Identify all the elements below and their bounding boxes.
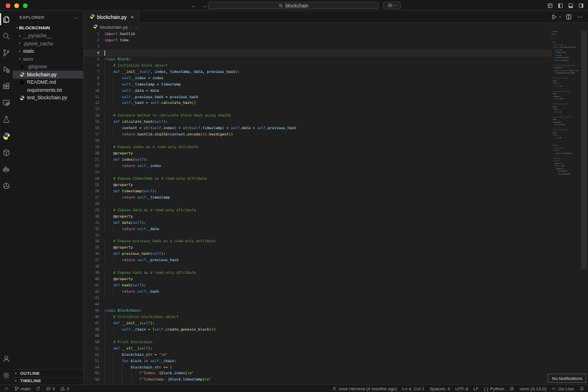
activity-item-explorer[interactable] (0, 11, 13, 28)
tree-item-requirements-txt[interactable]: requirements.txt (13, 86, 83, 94)
code-line-27[interactable]: 27 return self._timestamp (84, 195, 551, 201)
code-line-40[interactable]: 40 @property (84, 276, 551, 282)
status-branch[interactable]: main (14, 385, 31, 392)
code-line-26[interactable]: 26 def timestamp(self): (84, 188, 551, 195)
code-line-36[interactable]: 36 def previous_hash(self): (84, 251, 551, 257)
status-warnings[interactable]: 0 (60, 385, 69, 392)
split-editor-icon[interactable] (566, 14, 572, 20)
tree-item-static[interactable]: ›static (13, 48, 83, 56)
status-eol[interactable]: LF (473, 385, 478, 392)
code-line-20[interactable]: 20 @property (84, 150, 551, 157)
code-line-23[interactable]: 23 (84, 169, 551, 176)
code-line-56[interactable]: 56 f"Timestamp: {block.timestamp}\n" (84, 377, 551, 383)
copilot-button[interactable]: › (383, 2, 401, 9)
tree-root-blockchain[interactable]: ›BLOCKCHAIN (13, 24, 83, 32)
code-line-17[interactable]: 17 return hashlib.sha256(content.encode(… (84, 131, 551, 138)
activity-item-live-preview[interactable] (0, 94, 13, 111)
code-line-32[interactable]: 32 return self._data (84, 226, 551, 232)
code-line-30[interactable]: 30 @property (84, 214, 551, 220)
run-python-file-icon[interactable] (551, 14, 558, 20)
navigate-forward-button[interactable]: → (201, 2, 207, 9)
code-line-8[interactable]: 8 self._index = index (84, 75, 551, 81)
customize-layout-icon[interactable] (547, 3, 553, 9)
minimize-window-button[interactable] (14, 3, 19, 8)
status-indentation[interactable]: Spaces: 4 (430, 385, 450, 392)
close-tab-icon[interactable]: × (131, 14, 134, 20)
tree-item--pycache-[interactable]: ›__pycache__ (13, 32, 83, 40)
toggle-secondary-sidebar-icon[interactable] (578, 3, 584, 9)
explorer-more-actions-icon[interactable]: ⋯ (74, 15, 79, 21)
code-line-18[interactable]: 18 (84, 138, 551, 144)
code-line-15[interactable]: 15 def calculate_hash(self): (84, 119, 551, 125)
activity-item-python[interactable] (0, 127, 13, 144)
code-line-50[interactable]: 50 # Print blockchain (84, 339, 551, 346)
code-line-41[interactable]: 41 def hash(self): (84, 282, 551, 289)
code-line-45[interactable]: 45class Blockchain: (84, 308, 551, 314)
code-line-2[interactable]: 2import time (84, 37, 551, 44)
breadcrumb[interactable]: blockchain.py › … (84, 23, 588, 31)
code-editor[interactable]: 1import hashlib2import time345class Bloc… (84, 31, 551, 385)
status-errors[interactable]: 0 (46, 385, 55, 392)
activity-item-accounts[interactable] (0, 350, 13, 367)
code-line-16[interactable]: 16 content = str(self.index) + str(self.… (84, 125, 551, 131)
tree-item-readme-md[interactable]: README.md (13, 79, 83, 87)
status-notifications[interactable] (579, 385, 585, 392)
code-line-19[interactable]: 19 # Expose index as a read-only attribu… (84, 144, 551, 150)
activity-item-extensions[interactable] (0, 77, 13, 94)
panel-timeline[interactable]: ›TIMELINE (13, 377, 83, 385)
status-cursor-position[interactable]: Ln 4, Col 1 (402, 385, 424, 392)
activity-item-run-debug[interactable] (0, 61, 13, 77)
activity-item-source-control[interactable] (0, 44, 13, 61)
code-line-10[interactable]: 10 self._data = data (84, 88, 551, 94)
status-commit-info[interactable]: Jose Herrera (4 months ago) (332, 385, 397, 392)
status-feedback[interactable] (509, 385, 514, 392)
code-line-33[interactable]: 33 (84, 232, 551, 239)
status-remote[interactable] (4, 385, 9, 392)
code-line-21[interactable]: 21 def index(self): (84, 157, 551, 163)
code-line-44[interactable]: 44 (84, 301, 551, 308)
code-line-39[interactable]: 39 # Expose hash as a read-only attribut… (84, 270, 551, 276)
toggle-panel-icon[interactable] (568, 3, 574, 9)
status-sync[interactable] (36, 385, 41, 392)
code-line-34[interactable]: 34 # Expose previous_hash as a read-only… (84, 238, 551, 244)
status-python-env[interactable]: venv (3.13.0) (520, 385, 547, 392)
code-line-47[interactable]: 47 def __init__(self): (84, 320, 551, 327)
code-line-4[interactable]: 4 (84, 50, 551, 56)
tree-item-venv[interactable]: ›venv (13, 55, 83, 63)
toggle-primary-sidebar-icon[interactable] (558, 3, 563, 9)
code-line-38[interactable]: 38 (84, 263, 551, 270)
tree-item-test-blockchain-py[interactable]: test_blockchain.py (13, 94, 83, 102)
code-line-1[interactable]: 1import hashlib (84, 31, 551, 37)
minimap[interactable]: import hashlibimport timeclass Block: # … (551, 31, 579, 385)
run-dropdown-icon[interactable]: › (558, 16, 562, 17)
breadcrumb-file[interactable]: blockchain.py (100, 25, 127, 30)
code-line-46[interactable]: 46 # Initialize blockchain object (84, 314, 551, 320)
code-line-52[interactable]: 52 blockchain_str = "\n" (84, 352, 551, 358)
code-line-53[interactable]: 53 for block in self._chain: (84, 358, 551, 364)
scrollbar-thumb[interactable] (581, 31, 587, 269)
code-line-3[interactable]: 3 (84, 44, 551, 50)
zoom-window-button[interactable] (23, 3, 28, 8)
command-center-search[interactable]: blockchain (208, 2, 379, 9)
navigate-back-button[interactable]: ← (191, 2, 196, 9)
code-line-13[interactable]: 13 (84, 106, 551, 112)
code-line-48[interactable]: 48 self._chain = [self.create_genesis_bl… (84, 327, 551, 333)
activity-item-ai-assistant[interactable] (0, 177, 13, 194)
code-line-14[interactable]: 14 # Instance method to calculate block … (84, 112, 551, 119)
status-language[interactable]: { }Python (484, 385, 504, 392)
activity-item-containers[interactable] (0, 161, 13, 177)
activity-item-testing[interactable] (0, 111, 13, 127)
code-line-25[interactable]: 25 @property (84, 182, 551, 188)
editor-scrollbar[interactable] (580, 31, 588, 385)
code-line-31[interactable]: 31 def data(self): (84, 220, 551, 226)
code-line-7[interactable]: 7 def __init__(self, index, timestamp, d… (84, 69, 551, 75)
code-line-28[interactable]: 28 (84, 201, 551, 207)
panel-outline[interactable]: ›OUTLINE (13, 369, 83, 377)
code-line-42[interactable]: 42 return self._hash (84, 289, 551, 295)
code-line-37[interactable]: 37 return self._previous_hash (84, 257, 551, 263)
code-line-11[interactable]: 11 self._previous_hash = previous_hash (84, 94, 551, 100)
more-actions-icon[interactable]: ⋯ (577, 14, 583, 20)
code-line-5[interactable]: 5class Block: (84, 56, 551, 63)
activity-item-packages[interactable] (0, 144, 13, 161)
code-line-12[interactable]: 12 self._hash = self.calculate_hash() (84, 100, 551, 106)
